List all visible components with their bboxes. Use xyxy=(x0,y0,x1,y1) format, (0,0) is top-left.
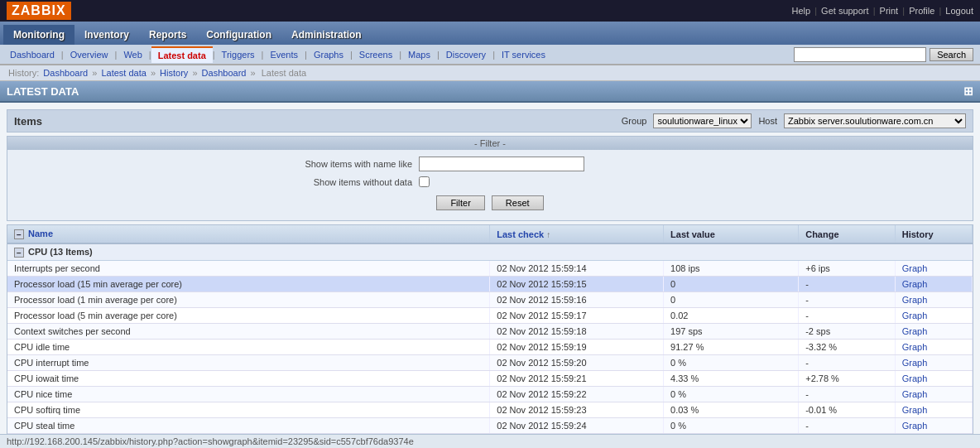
breadcrumb-dashboard[interactable]: Dashboard xyxy=(43,68,88,78)
graph-link[interactable]: Graph xyxy=(902,405,928,415)
status-bar: http://192.168.200.145/zabbix/history.ph… xyxy=(0,434,980,448)
graph-link[interactable]: Graph xyxy=(902,358,928,368)
graph-link[interactable]: Graph xyxy=(902,421,928,431)
lastcheck-sort-link[interactable]: Last check xyxy=(497,229,544,239)
breadcrumb-latest-data[interactable]: Latest data xyxy=(101,68,146,78)
cell-history: Graph xyxy=(895,292,972,308)
cpu-group-toggle[interactable]: − xyxy=(14,248,24,258)
cell-change: - xyxy=(799,387,896,402)
cell-name: CPU steal time xyxy=(7,418,490,434)
cell-history: Graph xyxy=(895,340,972,355)
cell-change: - xyxy=(799,277,896,292)
subnav-triggers[interactable]: Triggers xyxy=(215,47,262,62)
cell-history: Graph xyxy=(895,402,972,418)
filter-buttons: Filter Reset xyxy=(263,192,717,214)
search-input[interactable] xyxy=(794,47,926,62)
filter-section: - Filter - Show items with name like Sho… xyxy=(7,136,973,221)
table-body: − CPU (13 Items) Interrupts per second 0… xyxy=(7,243,973,448)
cell-history: Graph xyxy=(895,371,972,387)
graph-link[interactable]: Graph xyxy=(902,326,928,336)
cell-name: Processor load (15 min average per core) xyxy=(7,277,490,292)
cell-change: -2 sps xyxy=(799,324,896,340)
graph-link[interactable]: Graph xyxy=(902,279,928,289)
host-label: Host xyxy=(758,116,777,126)
cell-history: Graph xyxy=(895,261,972,277)
col-header-lastcheck[interactable]: Last check ↑ xyxy=(490,225,664,243)
cell-name: Processor load (5 min average per core) xyxy=(7,308,490,324)
cell-lastcheck: 02 Nov 2012 15:59:19 xyxy=(490,340,664,355)
graph-link[interactable]: Graph xyxy=(902,389,928,399)
col-header-change[interactable]: Change xyxy=(799,225,896,243)
graph-link[interactable]: Graph xyxy=(902,373,928,383)
subnav-maps[interactable]: Maps xyxy=(401,47,437,62)
cell-history: Graph xyxy=(895,418,972,434)
col-header-lastvalue[interactable]: Last value xyxy=(664,225,799,243)
table-row: CPU softirq time 02 Nov 2012 15:59:23 0.… xyxy=(7,402,973,418)
nav-inventory[interactable]: Inventory xyxy=(74,25,139,45)
status-url: http://192.168.200.145/zabbix/history.ph… xyxy=(7,436,414,446)
logout-link[interactable]: Logout xyxy=(945,6,973,16)
graph-link[interactable]: Graph xyxy=(902,342,928,352)
print-link[interactable]: Print xyxy=(880,6,899,16)
nav-administration[interactable]: Administration xyxy=(281,25,372,45)
cell-change: - xyxy=(799,308,896,324)
cell-lastcheck: 02 Nov 2012 15:59:20 xyxy=(490,355,664,371)
nav-reports[interactable]: Reports xyxy=(139,25,196,45)
expand-all-icon[interactable]: − xyxy=(14,229,24,239)
filter-button[interactable]: Filter xyxy=(436,195,484,210)
cpu-group-row: − CPU (13 Items) xyxy=(7,243,973,261)
cell-name: Processor load (1 min average per core) xyxy=(7,292,490,308)
subnav-screens[interactable]: Screens xyxy=(353,47,399,62)
table-row: Processor load (15 min average per core)… xyxy=(7,277,973,292)
subnav-web[interactable]: Web xyxy=(117,47,148,62)
cell-history: Graph xyxy=(895,387,972,402)
col-header-history: History xyxy=(895,225,972,243)
filter-name-input[interactable] xyxy=(419,157,584,171)
subnav-it-services[interactable]: IT services xyxy=(495,47,552,62)
filter-name-row: Show items with name like xyxy=(263,157,717,171)
cell-name: Interrupts per second xyxy=(7,261,490,277)
cell-lastcheck: 02 Nov 2012 15:59:23 xyxy=(490,402,664,418)
cell-lastvalue: 0 xyxy=(664,292,799,308)
name-sort-link[interactable]: Name xyxy=(28,229,53,238)
cell-history: Graph xyxy=(895,355,972,371)
cell-lastcheck: 02 Nov 2012 15:59:15 xyxy=(490,277,664,292)
graph-link[interactable]: Graph xyxy=(902,311,928,320)
graph-link[interactable]: Graph xyxy=(902,263,928,273)
maximize-icon[interactable]: ⊞ xyxy=(963,84,973,98)
get-support-link[interactable]: Get support xyxy=(821,6,868,16)
host-select[interactable]: Zabbix server.soulutionware.com.cn xyxy=(784,113,966,128)
help-link[interactable]: Help xyxy=(791,6,810,16)
reset-button[interactable]: Reset xyxy=(492,195,544,210)
top-links: Help | Get support | Print | Profile | L… xyxy=(791,6,973,16)
host-filter: Group soulutionware_linux Host Zabbix se… xyxy=(622,113,966,128)
filter-nodata-checkbox[interactable] xyxy=(419,176,430,187)
items-title: Items xyxy=(14,115,42,128)
nav-monitoring[interactable]: Monitoring xyxy=(3,25,74,45)
nav-configuration[interactable]: Configuration xyxy=(196,25,281,45)
filter-title[interactable]: - Filter - xyxy=(7,137,973,150)
subnav-discovery[interactable]: Discovery xyxy=(440,47,492,62)
cell-lastvalue: 91.27 % xyxy=(664,340,799,355)
sub-nav: Dashboard | Overview | Web | Latest data… xyxy=(0,45,787,65)
group-select[interactable]: soulutionware_linux xyxy=(653,113,752,128)
subnav-graphs[interactable]: Graphs xyxy=(307,47,350,62)
subnav-events[interactable]: Events xyxy=(263,47,305,62)
profile-link[interactable]: Profile xyxy=(909,6,934,16)
graph-link[interactable]: Graph xyxy=(902,295,928,305)
subnav-latest-data[interactable]: Latest data xyxy=(151,46,213,63)
table-row: CPU nice time 02 Nov 2012 15:59:22 0 % -… xyxy=(7,387,973,402)
breadcrumb-dashboard2[interactable]: Dashboard xyxy=(202,68,247,78)
table-row: Context switches per second 02 Nov 2012 … xyxy=(7,324,973,340)
search-button[interactable]: Search xyxy=(930,48,973,61)
cell-lastvalue: 0 % xyxy=(664,355,799,371)
subnav-dashboard[interactable]: Dashboard xyxy=(3,47,61,62)
table-row: CPU steal time 02 Nov 2012 15:59:24 0 % … xyxy=(7,418,973,434)
cell-change: +2.78 % xyxy=(799,371,896,387)
col-header-name[interactable]: − Name xyxy=(7,225,490,243)
cell-lastvalue: 4.33 % xyxy=(664,371,799,387)
subnav-overview[interactable]: Overview xyxy=(64,47,115,62)
breadcrumb-history[interactable]: History xyxy=(160,68,188,78)
group-label: Group xyxy=(622,116,647,126)
main-nav: Monitoring Inventory Reports Configurati… xyxy=(0,22,980,45)
